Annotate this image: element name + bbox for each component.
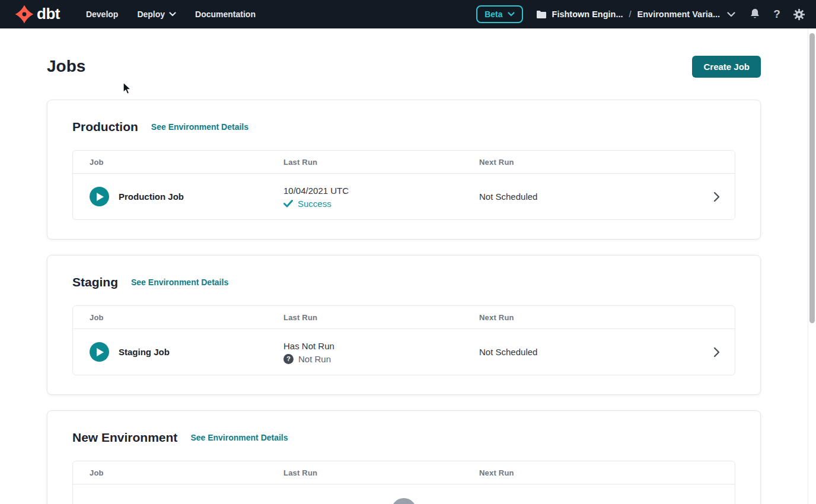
question-circle-icon: ? (391, 498, 416, 504)
job-cell: Staging Job (73, 342, 283, 362)
see-environment-details-link[interactable]: See Environment Details (131, 277, 228, 287)
beta-label: Beta (485, 9, 502, 19)
last-run-date: Has Not Run (283, 340, 479, 352)
dbt-logo[interactable]: dbt (14, 4, 60, 24)
empty-jobs-state: ? (73, 484, 735, 504)
menu-item-label: Deploy (137, 9, 165, 19)
last-run-cell: Has Not Run ? Not Run (283, 340, 479, 364)
table-header-row: Job Last Run Next Run (73, 306, 735, 329)
check-icon (283, 200, 293, 208)
nav-right-section: Beta Fishtown Engin... / Environment Var… (476, 5, 805, 23)
bell-icon[interactable] (748, 7, 761, 21)
scrollbar-thumb[interactable] (809, 33, 815, 323)
chevron-right-icon[interactable] (698, 192, 735, 202)
environment-name: Production (72, 119, 138, 135)
question-circle-icon: ? (283, 354, 294, 364)
play-icon (97, 348, 104, 356)
chevron-down-icon[interactable] (727, 12, 735, 17)
chevron-down-icon (169, 12, 176, 17)
dbt-wordmark: dbt (37, 6, 60, 23)
table-header-row: Job Last Run Next Run (73, 461, 735, 484)
gear-icon[interactable] (792, 7, 805, 21)
top-navigation-bar: dbt Develop Deploy Documentation Beta (0, 0, 816, 28)
breadcrumb-project[interactable]: Fishtown Engin... (536, 9, 623, 19)
help-icon[interactable]: ? (770, 7, 783, 21)
menu-item-deploy[interactable]: Deploy (130, 5, 183, 24)
scrollbar-track[interactable] (808, 28, 816, 504)
job-row-production-job[interactable]: Production Job 10/04/2021 UTC Success No… (73, 174, 735, 219)
environment-name: New Environment (72, 430, 177, 445)
environment-header: Production See Environment Details (72, 119, 735, 135)
environment-header: New Environment See Environment Details (72, 430, 735, 445)
last-run-date: 10/04/2021 UTC (283, 185, 479, 196)
column-header-last-run: Last Run (283, 313, 479, 322)
chevron-right-icon[interactable] (698, 347, 735, 358)
job-cell: Production Job (73, 187, 283, 206)
see-environment-details-link[interactable]: See Environment Details (151, 122, 248, 132)
dbt-logo-icon (14, 4, 34, 24)
breadcrumb-separator: / (629, 9, 632, 19)
table-header-row: Job Last Run Next Run (73, 151, 735, 174)
last-run-cell: 10/04/2021 UTC Success (283, 185, 479, 209)
jobs-table: Job Last Run Next Run Production Job 10/… (72, 150, 735, 220)
breadcrumb-page-label: Environment Varia... (638, 9, 720, 19)
environment-name: Staging (72, 275, 118, 290)
last-run-status: ? Not Run (283, 354, 479, 364)
column-header-last-run: Last Run (283, 468, 479, 477)
next-run-cell: Not Scheduled (479, 192, 698, 202)
status-text: Not Run (298, 354, 331, 364)
column-header-next-run: Next Run (479, 468, 698, 477)
jobs-page: Jobs Create Job Production See Environme… (0, 53, 808, 504)
job-row-staging-job[interactable]: Staging Job Has Not Run ? Not Run Not Sc… (73, 329, 735, 375)
jobs-table: Job Last Run Next Run ? (72, 461, 735, 504)
jobs-table: Job Last Run Next Run Staging Job Has No… (72, 305, 735, 375)
play-icon (97, 193, 104, 201)
menu-item-label: Documentation (195, 9, 256, 19)
run-job-button[interactable] (90, 187, 109, 206)
environment-card-staging: Staging See Environment Details Job Last… (47, 255, 761, 395)
column-header-next-run: Next Run (479, 158, 698, 167)
column-header-job: Job (73, 313, 283, 322)
column-header-last-run: Last Run (283, 158, 479, 167)
environment-header: Staging See Environment Details (72, 275, 735, 290)
page-header: Jobs Create Job (47, 53, 761, 79)
page-title: Jobs (47, 53, 85, 79)
job-name: Staging Job (119, 347, 170, 357)
breadcrumb: Fishtown Engin... / Environment Varia... (536, 9, 735, 19)
run-job-button[interactable] (90, 342, 109, 362)
next-run-cell: Not Scheduled (479, 347, 698, 357)
see-environment-details-link[interactable]: See Environment Details (190, 433, 288, 442)
chevron-down-icon (508, 12, 515, 17)
folder-icon (536, 10, 547, 19)
main-menu: Develop Deploy Documentation (79, 5, 263, 24)
column-header-job: Job (73, 468, 283, 477)
help-glyph: ? (773, 8, 780, 21)
breadcrumb-project-label: Fishtown Engin... (552, 9, 623, 19)
menu-item-develop[interactable]: Develop (79, 5, 125, 24)
column-header-next-run: Next Run (479, 313, 698, 322)
breadcrumb-page[interactable]: Environment Varia... (638, 9, 720, 19)
environment-card-production: Production See Environment Details Job L… (47, 100, 761, 240)
last-run-status: Success (283, 199, 479, 209)
create-job-button[interactable]: Create Job (692, 56, 761, 78)
column-header-job: Job (73, 158, 283, 167)
menu-item-label: Develop (86, 9, 118, 19)
job-name: Production Job (119, 192, 184, 202)
menu-item-documentation[interactable]: Documentation (188, 5, 263, 24)
environment-card-new-environment: New Environment See Environment Details … (47, 410, 761, 504)
status-text: Success (298, 199, 332, 209)
beta-dropdown[interactable]: Beta (476, 5, 522, 23)
nav-icon-group: ? (748, 7, 805, 21)
